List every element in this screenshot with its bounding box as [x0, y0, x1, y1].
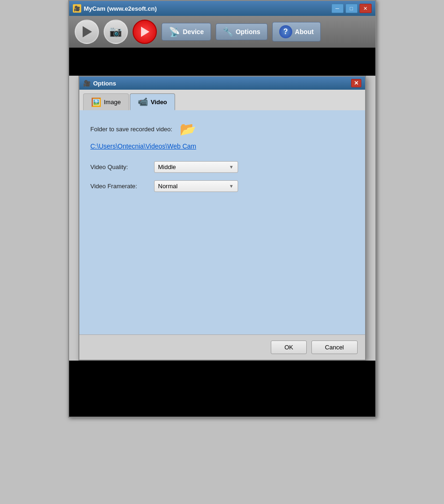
video-preview-bottom	[69, 361, 375, 417]
window-title: MyCam (www.e2esoft.cn)	[84, 5, 157, 12]
video-framerate-label: Video Framerate:	[91, 183, 147, 190]
folder-path[interactable]: C:\Users\Ontecnia\Videos\Web Cam	[91, 142, 354, 150]
tab-video[interactable]: 📹 Video	[130, 93, 175, 110]
folder-row: Folder to save recorded video: 📂	[91, 121, 354, 137]
toolbar: 📷 📡 Device 🔧 Options ? About	[69, 16, 375, 48]
dialog-title-icon: 🎥	[83, 80, 91, 87]
minimize-button[interactable]: ─	[331, 4, 344, 13]
tab-image[interactable]: 🖼️ Image	[83, 93, 129, 110]
video-framerate-select[interactable]: Normal ▼	[154, 180, 238, 192]
image-tab-label: Image	[104, 99, 121, 106]
play-icon	[83, 26, 92, 37]
folder-icon: 📂	[180, 121, 196, 137]
video-quality-arrow: ▼	[229, 164, 234, 170]
camera-button[interactable]: 📷	[104, 20, 128, 44]
video-tab-label: Video	[151, 99, 167, 106]
about-button[interactable]: ? About	[272, 22, 321, 42]
dialog-title-text: Options	[93, 80, 116, 87]
camera-icon: 📷	[109, 26, 122, 38]
dialog-title-left: 🎥 Options	[83, 80, 116, 87]
image-tab-icon: 🖼️	[91, 97, 101, 107]
title-bar-controls: ─ □ ✕	[331, 4, 372, 13]
video-framerate-row: Video Framerate: Normal ▼	[91, 180, 354, 192]
record-button[interactable]	[133, 20, 157, 44]
dialog-close-button[interactable]: ✕	[351, 79, 361, 87]
tabs-area: 🖼️ Image 📹 Video	[79, 90, 365, 110]
ok-button[interactable]: OK	[271, 341, 307, 354]
play-button[interactable]	[75, 20, 99, 44]
device-button[interactable]: 📡 Device	[162, 23, 211, 41]
options-label: Options	[236, 28, 261, 35]
dialog-content: Folder to save recorded video: 📂 C:\User…	[79, 110, 365, 334]
video-quality-label: Video Quality:	[91, 163, 147, 170]
video-preview-top	[69, 48, 375, 76]
video-quality-select[interactable]: Middle ▼	[154, 161, 238, 173]
options-button[interactable]: 🔧 Options	[216, 23, 268, 40]
close-button[interactable]: ✕	[359, 4, 372, 13]
title-bar: 🎥 MyCam (www.e2esoft.cn) ─ □ ✕	[69, 1, 375, 16]
maximize-button[interactable]: □	[345, 4, 358, 13]
app-icon: 🎥	[73, 4, 81, 13]
about-label: About	[295, 28, 314, 35]
options-dialog: 🎥 Options ✕ 🖼️ Image 📹 Video Folder to s…	[78, 76, 366, 361]
dialog-title-bar: 🎥 Options ✕	[79, 77, 365, 90]
cancel-button[interactable]: Cancel	[311, 341, 357, 354]
video-framerate-arrow: ▼	[229, 184, 234, 189]
device-icon: 📡	[169, 26, 180, 37]
device-label: Device	[183, 28, 204, 35]
options-icon: 🔧	[223, 27, 233, 37]
main-window: 🎥 MyCam (www.e2esoft.cn) ─ □ ✕ 📷 📡 Devic…	[68, 0, 376, 418]
folder-label: Folder to save recorded video:	[91, 126, 173, 133]
record-icon	[141, 27, 149, 37]
video-tab-icon: 📹	[138, 97, 148, 107]
video-quality-row: Video Quality: Middle ▼	[91, 161, 354, 173]
video-quality-value: Middle	[158, 163, 176, 170]
title-bar-left: 🎥 MyCam (www.e2esoft.cn)	[73, 4, 157, 13]
video-framerate-value: Normal	[158, 183, 178, 190]
about-icon: ?	[279, 25, 292, 38]
dialog-footer: OK Cancel	[79, 334, 365, 360]
